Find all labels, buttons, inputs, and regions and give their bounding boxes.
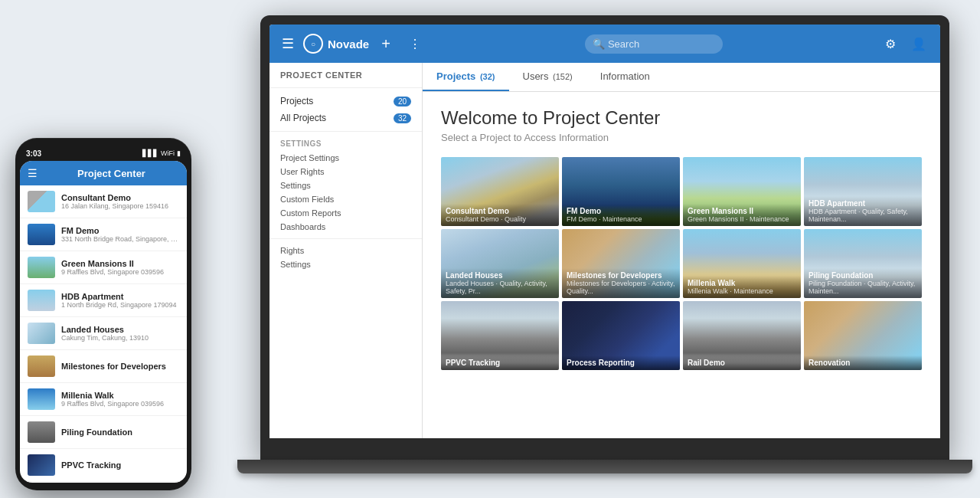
sidebar-item-custom-fields[interactable]: Custom Fields xyxy=(270,192,422,206)
phone-list-item[interactable]: Piling Foundation xyxy=(20,416,187,449)
phone-project-thumbnail xyxy=(28,388,55,410)
project-card[interactable]: Landed HousesLanded Houses · Quality, Ac… xyxy=(441,229,559,298)
project-card-name: Consultant Demo xyxy=(446,207,554,215)
project-card[interactable]: Consultant DemoConsultant Demo · Quality xyxy=(441,157,559,226)
project-card-name: Green Mansions II xyxy=(688,207,796,215)
project-card-type: Landed Houses · Quality, Activity, Safet… xyxy=(446,280,554,295)
project-card[interactable]: Rail Demo xyxy=(683,301,801,370)
phone-list-item[interactable]: FM Demo331 North Bridge Road, Singapore,… xyxy=(20,218,187,251)
app-body: PROJECT CENTER Projects 20 All Projects … xyxy=(270,63,940,438)
sidebar-item-custom-reports[interactable]: Custom Reports xyxy=(270,206,422,220)
phone-list-item[interactable]: Landed HousesCakung Tim, Cakung, 13910 xyxy=(20,317,187,350)
phone-project-thumbnail xyxy=(28,290,55,311)
project-card[interactable]: Renovation xyxy=(804,301,922,370)
phone-menu-icon[interactable]: ☰ xyxy=(28,167,38,179)
project-grid: Consultant DemoConsultant Demo · Quality… xyxy=(441,157,922,370)
settings-section: SETTINGS Project Settings User Rights Se… xyxy=(270,131,422,238)
phone-notch: 3:03 ▋▋▋ WiFi ▮ xyxy=(20,146,187,161)
project-card-name: Millenia Walk xyxy=(688,279,796,287)
sidebar-item-bottom-settings[interactable]: Settings xyxy=(270,257,422,271)
project-card-overlay: Milestones for DevelopersMilestones for … xyxy=(562,268,680,298)
project-card-name: Process Reporting xyxy=(567,359,675,367)
project-card-type: Piling Foundation · Quality, Activity, M… xyxy=(808,280,917,295)
phone-list-item[interactable]: Consultant Demo16 Jalan Kilang, Singapor… xyxy=(20,185,187,218)
laptop-screen: ☰ ○ Novade + ⋮ 🔍 ⚙ 👤 xyxy=(270,25,940,438)
phone-item-address: 1 North Bridge Rd, Singapore 179094 xyxy=(61,301,179,309)
sidebar-item-label-projects: Projects xyxy=(280,96,313,106)
sidebar-item-rights[interactable]: Rights xyxy=(270,244,422,257)
sidebar-main-section: Projects 20 All Projects 32 xyxy=(270,88,422,131)
phone-list-item[interactable]: PPVC Tracking xyxy=(20,449,187,482)
project-card[interactable]: Process Reporting xyxy=(562,301,680,370)
sidebar: PROJECT CENTER Projects 20 All Projects … xyxy=(270,63,423,438)
phone-header-title: Project Center xyxy=(44,168,179,179)
phone-item-name: HDB Apartment xyxy=(61,292,179,301)
project-card-name: Landed Houses xyxy=(446,271,554,280)
phone-list-item[interactable]: HDB Apartment1 North Bridge Rd, Singapor… xyxy=(20,284,187,317)
project-card-overlay: Process Reporting xyxy=(562,355,680,370)
project-card[interactable]: Millenia WalkMillenia Walk · Maintenance xyxy=(683,229,801,298)
phone-project-thumbnail xyxy=(28,257,55,278)
phone-item-info: Milestones for Developers xyxy=(61,362,179,371)
sidebar-item-project-settings[interactable]: Project Settings xyxy=(270,151,422,165)
project-card[interactable]: Piling FoundationPiling Foundation · Qua… xyxy=(804,229,922,298)
tab-projects-label: Projects xyxy=(436,70,475,82)
welcome-title: Welcome to Project Center xyxy=(441,107,922,129)
search-input[interactable] xyxy=(585,34,723,54)
project-card-overlay: HDB ApartmentHDB Apartment · Quality, Sa… xyxy=(804,196,922,226)
phone-item-name: Millenia Walk xyxy=(61,391,179,400)
project-card[interactable]: PPVC Tracking xyxy=(441,301,559,370)
laptop-body: ☰ ○ Novade + ⋮ 🔍 ⚙ 👤 xyxy=(260,15,949,460)
user-button[interactable]: 👤 xyxy=(906,32,931,56)
app-header: ☰ ○ Novade + ⋮ 🔍 ⚙ 👤 xyxy=(270,25,940,63)
phone-project-thumbnail xyxy=(28,355,55,377)
project-card[interactable]: HDB ApartmentHDB Apartment · Quality, Sa… xyxy=(804,157,922,226)
phone-list-item[interactable]: Milestones for Developers xyxy=(20,350,187,383)
phone-list-item[interactable]: Green Mansions II9 Raffles Blvd, Singapo… xyxy=(20,251,187,284)
project-card-overlay: FM DemoFM Demo · Maintenance xyxy=(562,204,680,226)
phone-item-info: PPVC Tracking xyxy=(61,460,179,470)
all-projects-badge: 32 xyxy=(394,113,411,123)
sidebar-item-all-projects[interactable]: All Projects 32 xyxy=(270,110,422,126)
tab-users-label: Users xyxy=(523,70,549,82)
phone-screen: ☰ Project Center Consultant Demo16 Jalan… xyxy=(20,161,187,483)
project-card-overlay: PPVC Tracking xyxy=(441,355,559,370)
tab-projects-count: (32) xyxy=(480,72,495,81)
tabs-bar: Projects (32) Users (152) Information xyxy=(423,63,940,92)
tab-projects[interactable]: Projects (32) xyxy=(423,63,509,91)
project-card-overlay: Millenia WalkMillenia Walk · Maintenance xyxy=(683,276,801,298)
search-wrapper: 🔍 xyxy=(585,34,723,54)
phone-item-info: HDB Apartment1 North Bridge Rd, Singapor… xyxy=(61,292,179,309)
project-card-type: FM Demo · Maintenance xyxy=(567,215,675,223)
tab-information[interactable]: Information xyxy=(586,63,664,91)
sidebar-item-user-rights[interactable]: User Rights xyxy=(270,165,422,179)
project-card-type: Milestones for Developers · Activity, Qu… xyxy=(567,280,675,295)
phone-list-item[interactable]: Millenia Walk9 Raffles Blvd, Singapore 0… xyxy=(20,383,187,416)
hamburger-icon[interactable]: ☰ xyxy=(279,32,297,55)
project-card-name: FM Demo xyxy=(567,207,675,215)
phone-item-address: 16 Jalan Kilang, Singapore 159416 xyxy=(61,202,179,210)
add-button[interactable]: + xyxy=(375,32,397,56)
tab-users[interactable]: Users (152) xyxy=(509,63,586,91)
more-options-button[interactable]: ⋮ xyxy=(403,34,427,54)
project-card[interactable]: Milestones for DevelopersMilestones for … xyxy=(562,229,680,298)
phone-item-name: Landed Houses xyxy=(61,325,179,334)
settings-button[interactable]: ⚙ xyxy=(880,32,900,56)
laptop: ☰ ○ Novade + ⋮ 🔍 ⚙ 👤 xyxy=(260,15,949,483)
phone-item-info: Landed HousesCakung Tim, Cakung, 13910 xyxy=(61,325,179,342)
phone-item-address: 9 Raffles Blvd, Singapore 039596 xyxy=(61,268,179,276)
project-card[interactable]: FM DemoFM Demo · Maintenance xyxy=(562,157,680,226)
phone-item-address: Cakung Tim, Cakung, 13910 xyxy=(61,334,179,342)
project-card-overlay: Consultant DemoConsultant Demo · Quality xyxy=(441,204,559,226)
sidebar-item-dashboards[interactable]: Dashboards xyxy=(270,220,422,234)
app-logo: ○ Novade xyxy=(303,34,369,54)
phone-project-thumbnail xyxy=(28,224,55,245)
sidebar-item-projects[interactable]: Projects 20 xyxy=(270,93,422,110)
app-name: Novade xyxy=(328,38,369,51)
sidebar-item-settings[interactable]: Settings xyxy=(270,179,422,192)
project-card-type: Consultant Demo · Quality xyxy=(446,215,554,223)
settings-section-title: SETTINGS xyxy=(270,136,422,151)
project-card[interactable]: Green Mansions IIGreen Mansions II · Mai… xyxy=(683,157,801,226)
project-card-name: Renovation xyxy=(808,359,917,367)
phone-list-item[interactable]: Process Reporting xyxy=(20,482,187,483)
